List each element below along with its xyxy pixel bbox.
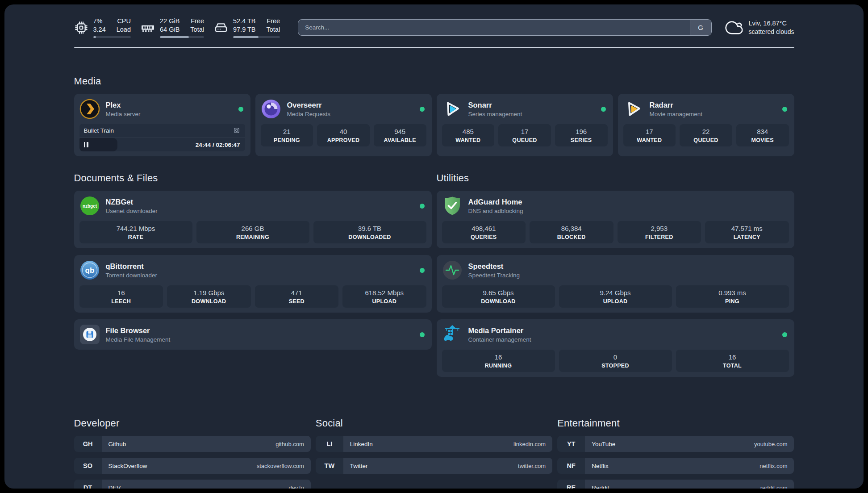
stat-tile: 9.24 Gbps UPLOAD — [559, 285, 672, 308]
stat-value: 17 — [501, 128, 548, 135]
stat-label: LEECH — [82, 298, 161, 305]
stat-label: TOTAL — [679, 363, 786, 369]
section-title-social: Social — [316, 418, 552, 429]
app-card-plex[interactable]: Plex Media server Bullet Train — [74, 94, 250, 156]
search-input[interactable] — [298, 20, 689, 35]
stat-label: UPLOAD — [345, 298, 424, 305]
plex-icon — [79, 99, 100, 119]
bookmark-github[interactable]: GH Github github.com — [74, 436, 311, 452]
stat-label: WANTED — [626, 137, 673, 143]
search-bar[interactable]: G — [298, 19, 711, 36]
search-provider-button[interactable]: G — [690, 20, 711, 35]
app-name: AdGuard Home — [468, 198, 523, 206]
weather-widget: Lviv, 16.87°C scattered clouds — [725, 19, 794, 37]
qbittorrent-icon: qb — [79, 260, 100, 280]
stat-value: 2,953 — [620, 225, 699, 232]
playback-progress[interactable]: 24:44 / 02:06:47 — [79, 138, 245, 151]
bookmark-youtube[interactable]: YT YouTube youtube.com — [557, 436, 794, 452]
stat-value: 0.993 ms — [679, 289, 786, 297]
app-card-sonarr[interactable]: Sonarr Series management 485 WANTED 17 Q… — [437, 94, 613, 156]
playback-progress-fill — [79, 138, 117, 151]
bookmark-name: Netflix — [592, 463, 609, 469]
stat-label: RUNNING — [445, 363, 552, 369]
bookmark-url: stackoverflow.com — [257, 463, 304, 469]
stat-label: UPLOAD — [562, 298, 669, 305]
stat-value: 17 — [626, 128, 673, 135]
storage-free-value: 52.4 TB — [233, 17, 256, 25]
app-card-nzbget[interactable]: nzbget NZBGet Usenet downloader 744.21 M… — [74, 191, 432, 248]
memory-total-label: Total — [190, 25, 204, 34]
metric-storage: 52.4 TB 97.9 TB Free Total — [214, 17, 280, 38]
app-card-overseerr[interactable]: Overseerr Media Requests 21 PENDING 40 A… — [255, 94, 432, 156]
bookmark-tag: GH — [74, 436, 102, 452]
stat-tile: 47.571 ms LATENCY — [705, 221, 789, 243]
bookmark-twitter[interactable]: TW Twitter twitter.com — [316, 458, 552, 474]
section-title-utilities: Utilities — [437, 172, 794, 184]
memory-progress-bar — [160, 36, 204, 38]
filebrowser-icon — [79, 324, 100, 345]
stat-value: 618.52 Mbps — [345, 289, 424, 297]
section-social: Social LI LinkedIn linkedin.com TW Twitt… — [316, 418, 552, 489]
bookmark-name: StackOverflow — [108, 463, 147, 469]
adguard-icon — [442, 196, 463, 216]
status-online-dot — [420, 332, 425, 337]
app-card-portainer[interactable]: Media Portainer Container management 16 … — [437, 319, 794, 377]
stat-label: STOPPED — [562, 363, 669, 369]
app-subtitle: Speedtest Tracking — [468, 272, 520, 279]
track-title: Bullet Train — [84, 127, 114, 134]
stat-value: 16 — [445, 353, 552, 361]
app-name: Media Portainer — [468, 326, 531, 335]
app-card-adguard[interactable]: AdGuard Home DNS and adblocking 498,461 … — [437, 191, 794, 248]
app-card-filebrowser[interactable]: File Browser Media File Management — [74, 319, 432, 350]
cpu-load-label: Load — [117, 25, 131, 34]
app-name: File Browser — [106, 326, 171, 335]
stat-value: 0 — [562, 353, 669, 361]
status-online-dot — [782, 332, 787, 337]
app-card-radarr[interactable]: Radarr Movie management 17 WANTED 22 QUE… — [618, 94, 794, 156]
section-developer: Developer GH Github github.com SO StackO… — [74, 418, 311, 489]
stat-tile: 485 WANTED — [442, 124, 495, 146]
bookmark-netflix[interactable]: NF Netflix netflix.com — [557, 458, 794, 474]
storage-free-label: Free — [267, 17, 280, 25]
app-name: Radarr — [650, 101, 703, 109]
stat-tile: 22 QUEUED — [680, 124, 732, 146]
stat-tile: 0.993 ms PING — [676, 285, 789, 308]
storage-total-label: Total — [267, 25, 280, 34]
stat-tile: 40 APPROVED — [317, 124, 370, 146]
section-title-documents: Documents & Files — [74, 172, 432, 184]
bookmark-url: github.com — [275, 441, 304, 447]
app-card-qbittorrent[interactable]: qb qBittorrent Torrent downloader 16 LEE… — [74, 255, 432, 313]
cloud-icon — [725, 19, 743, 37]
settings-icon[interactable] — [233, 126, 241, 134]
stat-value: 196 — [558, 128, 605, 135]
stat-label: SERIES — [558, 137, 605, 143]
stat-value: 40 — [320, 128, 367, 135]
bookmark-stackoverflow[interactable]: SO StackOverflow stackoverflow.com — [74, 458, 311, 474]
portainer-icon — [442, 324, 463, 345]
app-card-speedtest[interactable]: Speedtest Speedtest Tracking 9.65 Gbps D… — [437, 255, 794, 313]
memory-free-value: 22 GiB — [160, 17, 179, 25]
cpu-usage-label: CPU — [117, 17, 131, 25]
bookmark-name: LinkedIn — [350, 441, 373, 447]
stat-tile: 16 LEECH — [79, 285, 163, 308]
stat-label: PENDING — [263, 137, 311, 143]
bookmark-dev[interactable]: DT DEV dev.to — [74, 480, 311, 489]
bookmark-linkedin[interactable]: LI LinkedIn linkedin.com — [316, 436, 552, 452]
stat-label: DOWNLOAD — [445, 298, 552, 305]
app-subtitle: DNS and adblocking — [468, 208, 523, 214]
stat-tile: 86,384 BLOCKED — [530, 221, 613, 243]
sonarr-icon — [442, 99, 463, 119]
metric-memory: 22 GiB 64 GiB Free Total — [141, 17, 204, 38]
bookmark-reddit[interactable]: RE Reddit reddit.com — [557, 480, 794, 489]
stat-label: AVAILABLE — [376, 137, 424, 143]
stat-label: APPROVED — [320, 137, 367, 143]
bookmark-url: youtube.com — [754, 441, 787, 447]
pause-icon[interactable] — [84, 142, 88, 147]
weather-location-temp: Lviv, 16.87°C — [749, 20, 794, 27]
stat-tile: 196 SERIES — [555, 124, 608, 146]
stat-tile: 1.19 Gbps DOWNLOAD — [167, 285, 251, 308]
section-utilities: Utilities AdGuard Home DNS and — [437, 172, 794, 384]
app-subtitle: Torrent downloader — [106, 272, 158, 279]
playback-time: 24:44 / 02:06:47 — [196, 142, 245, 148]
nzbget-icon: nzbget — [79, 196, 100, 216]
